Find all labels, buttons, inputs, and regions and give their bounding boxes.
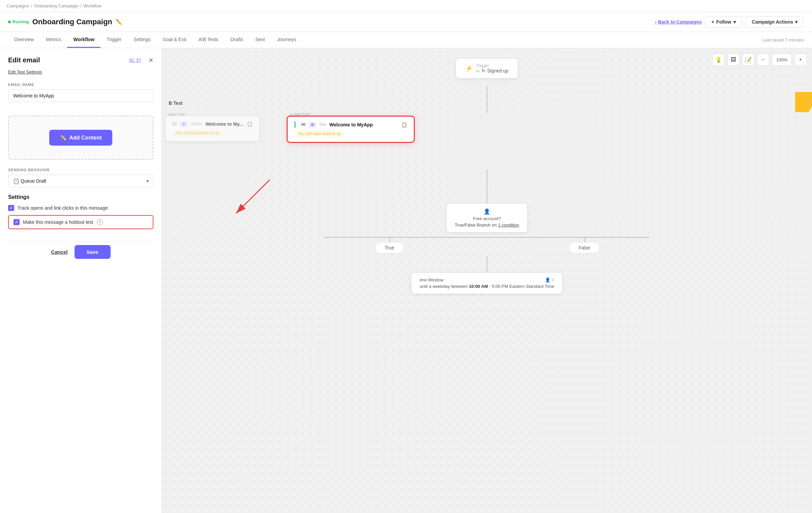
breadcrumb-onboarding[interactable]: Onboarding Campaign — [34, 3, 78, 8]
time-node-count: 👤 0 — [545, 277, 554, 282]
email-name-field: EMAIL NAME — [8, 83, 153, 109]
tab-journeys[interactable]: Journeys — [271, 32, 302, 48]
nav-tabs: Overview Metrics Workflow Trigger Settin… — [0, 32, 812, 48]
back-to-campaigns-button[interactable]: ‹ Back to Campaigns — [655, 19, 702, 25]
header-left: Running Onboarding Campaign ✏️ — [8, 18, 122, 26]
status-dot — [8, 21, 11, 23]
tab-trigger[interactable]: Trigger — [100, 32, 127, 48]
edit-panel: Edit email ID: 37 ✕ Edit Test Settings E… — [0, 48, 162, 513]
time-node-header: ime Window 👤 0 — [419, 277, 554, 282]
edit-panel-title: Edit email — [8, 56, 40, 64]
h-line — [324, 237, 649, 238]
tab-ab-tests[interactable]: A/B Tests — [193, 32, 225, 48]
chevron-down-icon: ▾ — [795, 19, 798, 25]
queue-icon: 📋 — [13, 178, 20, 184]
content-upload-area: ✏️ Add Content — [8, 116, 153, 160]
ab-test-label: B Test — [169, 100, 183, 106]
breadcrumb-campaigns[interactable]: Campaigns — [7, 3, 29, 8]
branch-node: 👤 Free account? True/False Branch on 1 c… — [446, 203, 527, 233]
node-b-pct: 0% — [320, 122, 326, 127]
node-a-row: ✉ A 100% Welcome to My... 📋 — [172, 121, 253, 127]
campaign-title: Onboarding Campaign — [32, 18, 112, 26]
ab-node-b[interactable]: ✉ B 0% Welcome to MyApp 📋 You still have… — [287, 116, 415, 143]
node-a-pct: 100% — [191, 121, 202, 126]
node-a-status: You still have work to do — [172, 130, 223, 137]
breadcrumb-sep2: / — [80, 3, 82, 8]
node-b-row: ✉ B 0% Welcome to MyApp 📋 — [294, 121, 407, 128]
add-content-button[interactable]: ✏️ Add Content — [49, 130, 113, 146]
zoom-level: 100% — [772, 54, 792, 66]
breadcrumb-sep1: / — [31, 3, 32, 8]
email-name-input[interactable] — [8, 89, 153, 102]
campaign-actions-button[interactable]: Campaign Actions ▾ — [746, 16, 804, 28]
node-b-name: Welcome to MyApp — [329, 122, 398, 127]
mail-icon-b: ✉ — [301, 121, 306, 128]
branch-label: Free account? — [455, 216, 519, 221]
zoom-out-button[interactable]: − — [757, 54, 769, 66]
tab-metrics[interactable]: Metrics — [40, 32, 67, 48]
edit-header: Edit email ID: 37 ✕ — [8, 56, 153, 64]
edit-test-settings-link[interactable]: Edit Test Settings — [8, 69, 153, 74]
header: Running Onboarding Campaign ✏️ ‹ Back to… — [0, 12, 812, 32]
edit-id-link[interactable]: ID: 37 — [129, 58, 141, 63]
header-right: ‹ Back to Campaigns + Follow ▾ Campaign … — [655, 16, 804, 28]
canvas-toolbar: 💡 🖼 📝 − 100% + — [713, 54, 807, 66]
help-icon[interactable]: ? — [97, 219, 103, 225]
cancel-button[interactable]: Cancel — [51, 249, 67, 255]
status-badge: Running — [8, 20, 29, 24]
true-label: True — [375, 242, 404, 253]
sending-behavior-select[interactable]: Queue Draft Send Immediately — [8, 175, 153, 187]
close-button[interactable]: ✕ — [148, 57, 153, 64]
tab-workflow[interactable]: Workflow — [67, 32, 100, 48]
person-icon: 👤 — [545, 277, 550, 282]
holdout-test-row: Make this message a holdout test ? — [8, 215, 153, 229]
sticky-note-icon[interactable]: 📝 — [742, 54, 754, 66]
tab-sent[interactable]: Sent — [249, 32, 271, 48]
last-saved: Last saved 7 minutes — [762, 37, 804, 42]
track-opens-checkbox[interactable] — [8, 205, 14, 211]
time-window-node: ime Window 👤 0 until a weekday between 1… — [411, 272, 562, 294]
teal-bar — [294, 121, 296, 128]
sending-behavior-label: SENDING BEHAVIOR — [8, 168, 153, 172]
trigger-node: ⚡ Trigger in ↻ Signed up — [456, 58, 518, 79]
copy-icon-b: 📋 — [401, 122, 407, 127]
tab-goal-exit[interactable]: Goal & Exit — [157, 32, 193, 48]
settings-section: Settings Track opens and link clicks in … — [8, 194, 153, 233]
sending-behavior-wrapper: 📋 Queue Draft Send Immediately — [8, 175, 153, 187]
node-b-status: You still have work to do — [294, 130, 345, 137]
chevron-down-icon: ▾ — [733, 19, 736, 25]
connector-line-2 — [487, 170, 487, 203]
connector-line-3 — [487, 256, 487, 273]
track-opens-row: Track opens and link clicks in this mess… — [8, 205, 153, 211]
trigger-label: Trigger — [476, 63, 508, 68]
time-node-detail: until a weekday between 10:00 AM - 5:00 … — [419, 284, 554, 289]
mail-icon-a: ✉ — [172, 121, 177, 127]
red-arrow — [209, 159, 303, 227]
follow-button[interactable]: + Follow ▾ — [705, 16, 742, 28]
branch-icon: 👤 — [455, 208, 519, 215]
branch-condition: True/False Branch on 1 condition — [455, 222, 519, 228]
edit-title-icon[interactable]: ✏️ — [116, 19, 122, 25]
connector-line-1 — [487, 86, 487, 113]
copy-icon-a: 📋 — [247, 121, 253, 127]
status-label: Running — [12, 20, 29, 24]
zoom-in-button[interactable]: + — [794, 54, 807, 66]
nav-tabs-left: Overview Metrics Workflow Trigger Settin… — [8, 32, 302, 48]
signed-up-icon: ↻ — [482, 68, 486, 73]
trigger-value: in ↻ Signed up — [476, 68, 508, 73]
plus-icon: + — [712, 19, 714, 25]
tab-overview[interactable]: Overview — [8, 32, 40, 48]
tab-drafts[interactable]: Drafts — [225, 32, 249, 48]
breadcrumb-workflow: Workflow — [84, 3, 102, 8]
email-name-label: EMAIL NAME — [8, 83, 153, 87]
settings-title: Settings — [8, 194, 153, 200]
lightbulb-icon[interactable]: 💡 — [713, 54, 725, 66]
breadcrumb: Campaigns / Onboarding Campaign / Workfl… — [0, 0, 812, 12]
node-a-name: Welcome to My... — [205, 121, 243, 127]
holdout-checkbox[interactable] — [13, 219, 20, 225]
tab-settings[interactable]: Settings — [127, 32, 157, 48]
save-button[interactable]: Save — [75, 245, 111, 259]
image-icon[interactable]: 🖼 — [727, 54, 740, 66]
ab-node-a[interactable]: ✉ A 100% Welcome to My... 📋 You still ha… — [165, 116, 260, 142]
node-a-badge: A — [180, 121, 187, 127]
